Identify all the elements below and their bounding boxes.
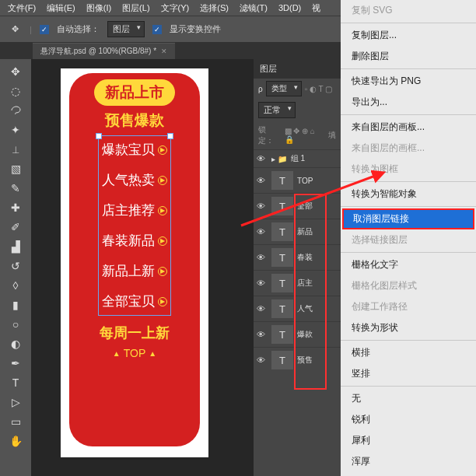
move-tool-icon: ✥ — [8, 23, 22, 37]
nav-item: 春装新品▶ — [102, 232, 167, 250]
menu-select[interactable]: 选择(S) — [195, 1, 233, 16]
menu-export-png[interactable]: 快速导出为 PNG — [341, 71, 476, 92]
visibility-icon[interactable]: 👁 — [257, 330, 268, 339]
stamp-tool-icon[interactable]: ▟ — [3, 237, 28, 256]
arrow-icon: ▶ — [158, 206, 167, 215]
visibility-icon[interactable]: 👁 — [257, 253, 268, 262]
visibility-icon[interactable]: 👁 — [257, 176, 268, 185]
menu-image[interactable]: 图像(I) — [82, 1, 116, 16]
triangle-up-icon: ▲ — [113, 349, 121, 358]
nav-subheader: 预售爆款 — [105, 110, 164, 131]
history-tool-icon[interactable]: ↺ — [3, 257, 28, 275]
menu-view[interactable]: 视 — [307, 1, 325, 16]
blend-mode-row[interactable]: 正常 — [254, 99, 341, 121]
marquee-tool-icon[interactable]: ◌ — [3, 82, 28, 100]
document-canvas[interactable]: 新品上市 预售爆款 爆款宝贝▶ 人气热卖▶ 店主推荐▶ 春装新品▶ 新品上新▶ … — [61, 68, 208, 457]
type-thumb-icon: T — [271, 222, 293, 241]
nav-item: 全部宝贝▶ — [102, 292, 167, 310]
type-tool-icon[interactable]: T — [3, 373, 28, 392]
visibility-icon[interactable]: 👁 — [257, 227, 268, 236]
layer-row[interactable]: 👁T春装 — [254, 244, 341, 270]
type-thumb-icon: T — [271, 299, 293, 318]
menu-file[interactable]: 文件(F) — [3, 1, 40, 16]
menu-horizontal[interactable]: 横排 — [341, 342, 476, 363]
heal-tool-icon[interactable]: ✚ — [3, 198, 28, 217]
document-tab[interactable]: 悬浮导航.psd @ 100%(RGB/8#) * ✕ — [33, 43, 175, 59]
type-thumb-icon: T — [271, 351, 293, 369]
menu-rasterize-text[interactable]: 栅格化文字 — [341, 254, 476, 275]
menu-aa-strong[interactable]: 浑厚 — [341, 451, 476, 472]
type-thumb-icon: T — [271, 248, 293, 267]
layer-row[interactable]: 👁TTOP — [254, 167, 341, 193]
menu-delete-layer[interactable]: 删除图层 — [341, 46, 476, 67]
visibility-icon[interactable]: 👁 — [257, 355, 268, 365]
menu-export-as[interactable]: 导出为... — [341, 92, 476, 113]
kind-filter[interactable]: 类型 — [266, 81, 302, 96]
context-menu: 复制 SVG 复制图层... 删除图层 快速导出为 PNG 导出为... 来自图… — [341, 0, 476, 476]
visibility-icon[interactable]: 👁 — [257, 154, 268, 163]
visibility-icon[interactable]: 👁 — [257, 304, 268, 313]
dodge-tool-icon[interactable]: ◐ — [3, 334, 28, 353]
eyedrop-tool-icon[interactable]: ✎ — [3, 179, 28, 198]
menu-aa-sharp[interactable]: 锐利 — [341, 409, 476, 430]
menu-filter[interactable]: 滤镜(T) — [235, 1, 272, 16]
layer-row[interactable]: 👁T新品 — [254, 219, 341, 244]
menu-smart-object[interactable]: 转换为智能对象 — [341, 184, 476, 205]
nav-selection-group[interactable]: 爆款宝贝▶ 人气热卖▶ 店主推荐▶ 春装新品▶ 新品上新▶ 全部宝贝▶ — [98, 135, 171, 316]
divider: | — [30, 25, 32, 34]
layer-filter-row[interactable]: ρ 类型 ▫ ◐ T ▢ — [254, 79, 341, 99]
brush-tool-icon[interactable]: ✐ — [3, 218, 28, 236]
auto-select-label: 自动选择： — [57, 23, 100, 35]
path-tool-icon[interactable]: ▷ — [3, 393, 28, 411]
type-thumb-icon: T — [271, 197, 293, 215]
gradient-tool-icon[interactable]: ▮ — [3, 296, 28, 314]
shape-tool-icon[interactable]: ▭ — [3, 412, 28, 431]
menu-duplicate-layer[interactable]: 复制图层... — [341, 25, 476, 46]
lock-row: 锁定：▩ ✥ ⊕ ⌂ 🔒 填 — [254, 121, 341, 149]
nav-top: ▲TOP▲ — [113, 347, 156, 359]
blend-mode-select[interactable]: 正常 — [258, 102, 296, 118]
menu-artboard-from[interactable]: 来自图层的画板... — [341, 117, 476, 138]
menu-select-linked: 选择链接图层 — [341, 229, 476, 250]
frame-tool-icon[interactable]: ▧ — [3, 159, 28, 178]
nav-item: 爆款宝贝▶ — [102, 141, 167, 159]
menu-frame-from: 来自图层的画框... — [341, 138, 476, 159]
menu-type[interactable]: 文字(Y) — [156, 1, 194, 16]
show-transform-label: 显示变换控件 — [170, 23, 221, 35]
menu-to-shape[interactable]: 转换为形状 — [341, 317, 476, 338]
menu-layer[interactable]: 图层(L) — [117, 1, 154, 16]
move-tool-icon[interactable]: ✥ — [3, 62, 28, 81]
menu-rasterize-style: 栅格化图层样式 — [341, 275, 476, 296]
eraser-tool-icon[interactable]: ◊ — [3, 276, 28, 295]
arrow-icon: ▶ — [158, 176, 167, 185]
visibility-icon[interactable]: 👁 — [257, 278, 268, 288]
menu-3d[interactable]: 3D(D) — [274, 2, 306, 14]
menu-aa-smooth[interactable]: 平滑 — [341, 472, 476, 476]
hand-tool-icon[interactable]: ✋ — [3, 432, 28, 450]
close-icon[interactable]: ✕ — [161, 47, 167, 55]
layer-row[interactable]: 👁T人气 — [254, 296, 341, 321]
arrow-icon: ▶ — [158, 297, 167, 306]
menu-aa-crisp[interactable]: 犀利 — [341, 430, 476, 451]
auto-select-target[interactable]: 图层 — [107, 21, 145, 37]
show-transform-checkbox[interactable]: ✓ — [152, 25, 162, 34]
type-thumb-icon: T — [271, 171, 293, 190]
crop-tool-icon[interactable]: ⟂ — [3, 140, 28, 159]
document-tab-label: 悬浮导航.psd @ 100%(RGB/8#) * — [40, 46, 156, 57]
menu-vertical[interactable]: 竖排 — [341, 363, 476, 384]
pen-tool-icon[interactable]: ✒ — [3, 354, 28, 373]
layer-group[interactable]: 👁 ▸ 📁 组 1 — [254, 149, 341, 167]
layer-row[interactable]: 👁T预售 — [254, 347, 341, 373]
visibility-icon[interactable]: 👁 — [257, 201, 268, 211]
menu-unlink-layers[interactable]: 取消图层链接 — [342, 208, 474, 229]
blur-tool-icon[interactable]: ○ — [3, 315, 28, 334]
layer-row[interactable]: 👁T爆款 — [254, 321, 341, 347]
menu-edit[interactable]: 编辑(E) — [42, 1, 80, 16]
auto-select-checkbox[interactable]: ✓ — [40, 25, 49, 34]
layer-row[interactable]: 👁T全部 — [254, 193, 341, 219]
nav-item: 人气热卖▶ — [102, 171, 167, 189]
wand-tool-icon[interactable]: ✦ — [3, 121, 28, 139]
lasso-tool-icon[interactable] — [3, 101, 28, 120]
layer-row[interactable]: 👁T店主 — [254, 270, 341, 296]
menu-aa-none[interactable]: 无 — [341, 388, 476, 409]
